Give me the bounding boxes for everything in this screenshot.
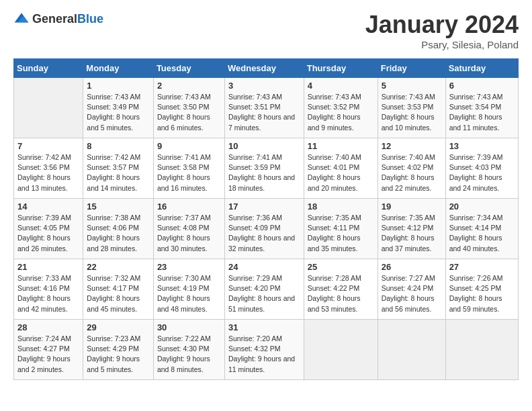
calendar-cell: 15Sunrise: 7:38 AMSunset: 4:06 PMDayligh… (83, 199, 154, 259)
day-number: 5 (382, 81, 442, 91)
weekday-header-friday: Friday (378, 59, 445, 78)
calendar-week-row: 1Sunrise: 7:43 AMSunset: 3:49 PMDaylight… (14, 78, 519, 138)
day-number: 31 (228, 322, 300, 332)
day-number: 12 (382, 141, 442, 151)
calendar-header: SundayMondayTuesdayWednesdayThursdayFrid… (14, 59, 519, 78)
calendar-cell: 1Sunrise: 7:43 AMSunset: 3:49 PMDaylight… (83, 78, 154, 138)
logo: GeneralBlue (13, 11, 103, 27)
calendar-cell (445, 320, 518, 380)
calendar-cell: 29Sunrise: 7:23 AMSunset: 4:29 PMDayligh… (83, 320, 154, 380)
calendar-cell (304, 320, 378, 380)
calendar-cell: 8Sunrise: 7:42 AMSunset: 3:57 PMDaylight… (83, 138, 154, 199)
day-number: 20 (449, 201, 515, 212)
calendar-subtitle: Psary, Silesia, Poland (365, 39, 519, 50)
logo-general: General (32, 12, 77, 26)
weekday-header-saturday: Saturday (445, 59, 518, 78)
calendar-cell: 14Sunrise: 7:39 AMSunset: 4:05 PMDayligh… (14, 199, 83, 259)
title-block: January 2024 Psary, Silesia, Poland (365, 11, 519, 50)
calendar-week-row: 7Sunrise: 7:42 AMSunset: 3:56 PMDaylight… (14, 138, 519, 199)
day-info: Sunrise: 7:42 AMSunset: 3:56 PMDaylight:… (17, 152, 79, 193)
day-info: Sunrise: 7:20 AMSunset: 4:32 PMDaylight:… (228, 334, 300, 375)
calendar-cell: 4Sunrise: 7:43 AMSunset: 3:52 PMDaylight… (304, 78, 378, 138)
day-info: Sunrise: 7:43 AMSunset: 3:54 PMDaylight:… (449, 92, 515, 133)
day-number: 13 (449, 141, 515, 151)
day-info: Sunrise: 7:43 AMSunset: 3:52 PMDaylight:… (308, 92, 374, 133)
calendar-cell: 9Sunrise: 7:41 AMSunset: 3:58 PMDaylight… (153, 138, 224, 199)
calendar-title: January 2024 (365, 11, 519, 39)
calendar-cell: 27Sunrise: 7:26 AMSunset: 4:25 PMDayligh… (445, 259, 518, 320)
day-info: Sunrise: 7:22 AMSunset: 4:30 PMDaylight:… (157, 334, 221, 375)
calendar-cell: 17Sunrise: 7:36 AMSunset: 4:09 PMDayligh… (224, 199, 304, 259)
day-info: Sunrise: 7:23 AMSunset: 4:29 PMDaylight:… (87, 334, 150, 375)
day-number: 19 (382, 201, 442, 212)
day-info: Sunrise: 7:24 AMSunset: 4:27 PMDaylight:… (17, 334, 79, 375)
day-info: Sunrise: 7:29 AMSunset: 4:20 PMDaylight:… (228, 273, 300, 314)
day-number: 2 (157, 81, 221, 91)
day-number: 23 (157, 262, 221, 272)
day-info: Sunrise: 7:40 AMSunset: 4:01 PMDaylight:… (308, 152, 374, 193)
calendar-cell (378, 320, 445, 380)
weekday-header-row: SundayMondayTuesdayWednesdayThursdayFrid… (14, 59, 519, 78)
day-info: Sunrise: 7:39 AMSunset: 4:05 PMDaylight:… (17, 213, 79, 254)
calendar-week-row: 14Sunrise: 7:39 AMSunset: 4:05 PMDayligh… (14, 199, 519, 259)
day-number: 15 (87, 201, 150, 212)
day-number: 8 (87, 141, 150, 151)
day-info: Sunrise: 7:32 AMSunset: 4:17 PMDaylight:… (87, 273, 150, 314)
calendar-cell: 22Sunrise: 7:32 AMSunset: 4:17 PMDayligh… (83, 259, 154, 320)
day-number: 6 (449, 81, 515, 91)
calendar-cell: 11Sunrise: 7:40 AMSunset: 4:01 PMDayligh… (304, 138, 378, 199)
calendar-table: SundayMondayTuesdayWednesdayThursdayFrid… (13, 58, 519, 380)
day-number: 7 (17, 141, 79, 151)
day-info: Sunrise: 7:40 AMSunset: 4:02 PMDaylight:… (382, 152, 442, 193)
day-info: Sunrise: 7:41 AMSunset: 3:59 PMDaylight:… (228, 152, 300, 193)
day-number: 28 (17, 322, 79, 332)
calendar-week-row: 28Sunrise: 7:24 AMSunset: 4:27 PMDayligh… (14, 320, 519, 380)
calendar-cell: 23Sunrise: 7:30 AMSunset: 4:19 PMDayligh… (153, 259, 224, 320)
day-info: Sunrise: 7:43 AMSunset: 3:51 PMDaylight:… (228, 92, 300, 133)
calendar-cell: 13Sunrise: 7:39 AMSunset: 4:03 PMDayligh… (445, 138, 518, 199)
day-info: Sunrise: 7:30 AMSunset: 4:19 PMDaylight:… (157, 273, 221, 314)
day-info: Sunrise: 7:34 AMSunset: 4:14 PMDaylight:… (449, 213, 515, 254)
day-info: Sunrise: 7:41 AMSunset: 3:58 PMDaylight:… (157, 152, 221, 193)
calendar-cell: 26Sunrise: 7:27 AMSunset: 4:24 PMDayligh… (378, 259, 445, 320)
day-info: Sunrise: 7:36 AMSunset: 4:09 PMDaylight:… (228, 213, 300, 254)
day-info: Sunrise: 7:28 AMSunset: 4:22 PMDaylight:… (308, 273, 374, 314)
day-info: Sunrise: 7:27 AMSunset: 4:24 PMDaylight:… (382, 273, 442, 314)
logo-icon (13, 11, 30, 27)
page-header: GeneralBlue January 2024 Psary, Silesia,… (13, 11, 519, 50)
day-number: 22 (87, 262, 150, 272)
calendar-cell: 20Sunrise: 7:34 AMSunset: 4:14 PMDayligh… (445, 199, 518, 259)
day-number: 24 (228, 262, 300, 272)
calendar-cell: 30Sunrise: 7:22 AMSunset: 4:30 PMDayligh… (153, 320, 224, 380)
day-info: Sunrise: 7:33 AMSunset: 4:16 PMDaylight:… (17, 273, 79, 314)
calendar-cell: 31Sunrise: 7:20 AMSunset: 4:32 PMDayligh… (224, 320, 304, 380)
day-number: 3 (228, 81, 300, 91)
calendar-cell: 18Sunrise: 7:35 AMSunset: 4:11 PMDayligh… (304, 199, 378, 259)
day-info: Sunrise: 7:38 AMSunset: 4:06 PMDaylight:… (87, 213, 150, 254)
day-info: Sunrise: 7:35 AMSunset: 4:12 PMDaylight:… (382, 213, 442, 254)
day-number: 1 (87, 81, 150, 91)
day-info: Sunrise: 7:37 AMSunset: 4:08 PMDaylight:… (157, 213, 221, 254)
calendar-cell: 28Sunrise: 7:24 AMSunset: 4:27 PMDayligh… (14, 320, 83, 380)
calendar-cell: 21Sunrise: 7:33 AMSunset: 4:16 PMDayligh… (14, 259, 83, 320)
day-number: 27 (449, 262, 515, 272)
calendar-cell: 12Sunrise: 7:40 AMSunset: 4:02 PMDayligh… (378, 138, 445, 199)
calendar-body: 1Sunrise: 7:43 AMSunset: 3:49 PMDaylight… (14, 78, 519, 380)
weekday-header-sunday: Sunday (14, 59, 83, 78)
day-info: Sunrise: 7:43 AMSunset: 3:53 PMDaylight:… (382, 92, 442, 133)
calendar-week-row: 21Sunrise: 7:33 AMSunset: 4:16 PMDayligh… (14, 259, 519, 320)
calendar-cell: 3Sunrise: 7:43 AMSunset: 3:51 PMDaylight… (224, 78, 304, 138)
calendar-cell (14, 78, 83, 138)
logo-text: GeneralBlue (32, 12, 103, 26)
day-number: 26 (382, 262, 442, 272)
logo-blue: Blue (77, 12, 103, 26)
day-number: 16 (157, 201, 221, 212)
calendar-cell: 25Sunrise: 7:28 AMSunset: 4:22 PMDayligh… (304, 259, 378, 320)
weekday-header-monday: Monday (83, 59, 154, 78)
weekday-header-wednesday: Wednesday (224, 59, 304, 78)
day-number: 11 (308, 141, 374, 151)
day-info: Sunrise: 7:39 AMSunset: 4:03 PMDaylight:… (449, 152, 515, 193)
day-number: 25 (308, 262, 374, 272)
day-info: Sunrise: 7:26 AMSunset: 4:25 PMDaylight:… (449, 273, 515, 314)
day-number: 30 (157, 322, 221, 332)
